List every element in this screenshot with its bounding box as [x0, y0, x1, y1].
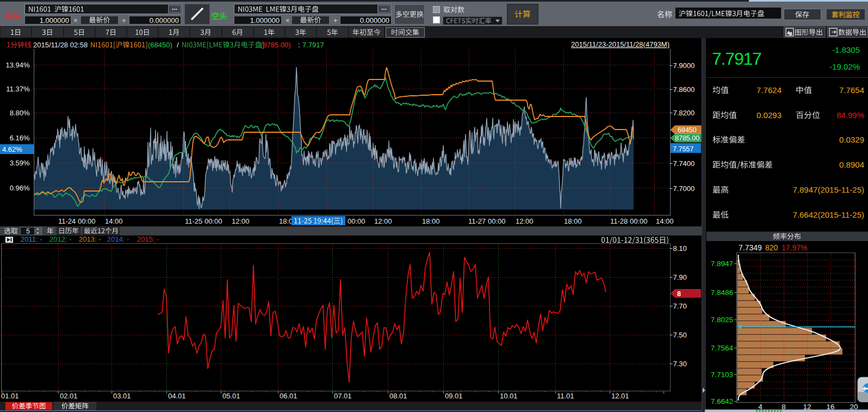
- svg-text:8785.00: 8785.00: [675, 134, 699, 142]
- svg-text:06.01: 06.01: [280, 392, 297, 400]
- svg-text:0.000000: 0.000000: [360, 16, 389, 24]
- svg-text:4: 4: [758, 403, 762, 411]
- svg-text:7.7917: 7.7917: [302, 41, 324, 49]
- svg-text:11-25 00:00: 11-25 00:00: [185, 217, 222, 225]
- svg-text:8: 8: [782, 403, 786, 411]
- svg-text:12.01: 12.01: [611, 392, 629, 400]
- svg-text:2015/11/23-2015/11/28(4793M): 2015/11/23-2015/11/28(4793M): [571, 40, 669, 48]
- svg-text:1.000000: 1.000000: [40, 16, 69, 24]
- svg-text:7.50: 7.50: [673, 331, 687, 339]
- svg-text:7.7349: 7.7349: [739, 243, 762, 252]
- svg-text:2012: -: 2012: -: [49, 235, 71, 243]
- svg-text:×: ×: [286, 16, 290, 24]
- svg-text:0.8904: 0.8904: [839, 160, 864, 169]
- svg-text:0.96%: 0.96%: [10, 184, 30, 192]
- svg-text:17.97%: 17.97%: [782, 243, 807, 252]
- svg-text:03.01: 03.01: [113, 392, 131, 400]
- svg-text:...: ...: [172, 4, 177, 11]
- svg-text:11-27 00:00: 11-27 00:00: [468, 217, 505, 225]
- svg-text:7.8025: 7.8025: [711, 316, 733, 324]
- svg-text:18:00: 18:00: [422, 217, 440, 225]
- svg-text:2013: -: 2013: -: [79, 235, 101, 243]
- svg-text:00:00: 00:00: [348, 217, 365, 225]
- svg-text:7.8947: 7.8947: [711, 260, 733, 268]
- svg-text:7.7000: 7.7000: [673, 185, 695, 193]
- svg-text:+: +: [122, 16, 126, 24]
- svg-text:2015/11/28 02:58: 2015/11/28 02:58: [33, 41, 88, 49]
- svg-text:6.16%: 6.16%: [10, 134, 30, 142]
- svg-text:7.6642: 7.6642: [711, 397, 733, 405]
- svg-text:7.8947(2015-11-25): 7.8947(2015-11-25): [793, 185, 864, 194]
- svg-text:7.7624: 7.7624: [757, 85, 782, 95]
- svg-text:11.37%: 11.37%: [6, 85, 30, 93]
- svg-text:68450: 68450: [678, 126, 697, 134]
- svg-text:2014: -: 2014: -: [107, 235, 129, 243]
- svg-text:4.62%: 4.62%: [2, 145, 22, 153]
- svg-text:18:00: 18:00: [564, 217, 582, 225]
- svg-text:0.0293: 0.0293: [757, 110, 782, 120]
- svg-text:08.01: 08.01: [389, 392, 407, 400]
- svg-text:-1.8305: -1.8305: [832, 45, 860, 54]
- svg-text:01.01: 01.01: [1, 392, 19, 400]
- svg-text:7.90: 7.90: [673, 273, 687, 281]
- svg-text:7.7103: 7.7103: [711, 371, 733, 379]
- svg-text:11-24 00:00: 11-24 00:00: [58, 217, 95, 225]
- svg-text:12:00: 12:00: [232, 217, 250, 225]
- svg-text:8.80%: 8.80%: [10, 109, 30, 117]
- svg-text:7.6642(2015-11-25): 7.6642(2015-11-25): [793, 210, 864, 219]
- svg-text:7.9000: 7.9000: [673, 62, 695, 70]
- svg-text:02.01: 02.01: [60, 392, 78, 400]
- svg-text:×: ×: [73, 16, 78, 24]
- svg-text:3.59%: 3.59%: [10, 159, 30, 167]
- svg-text:7.7400: 7.7400: [673, 159, 695, 168]
- svg-text:7.7564: 7.7564: [711, 344, 734, 352]
- svg-text:820: 820: [765, 243, 778, 252]
- svg-text:14:00: 14:00: [105, 217, 123, 225]
- svg-text:0.000000: 0.000000: [150, 16, 179, 24]
- svg-text:7.30: 7.30: [673, 360, 687, 368]
- svg-text:(8785.00): (8785.00): [261, 41, 291, 49]
- svg-text:7.7917: 7.7917: [712, 49, 761, 69]
- svg-text:7.8486: 7.8486: [711, 288, 733, 297]
- svg-text:11.01: 11.01: [557, 392, 574, 400]
- svg-text:07.01: 07.01: [334, 392, 352, 400]
- svg-text:0.0329: 0.0329: [839, 135, 864, 144]
- svg-text:/: /: [177, 41, 179, 49]
- svg-text:7.7654: 7.7654: [839, 85, 864, 95]
- svg-text:16: 16: [826, 403, 834, 411]
- svg-text:-19.02%: -19.02%: [829, 62, 860, 71]
- svg-text:1.000000: 1.000000: [250, 16, 280, 24]
- svg-text:12:00: 12:00: [516, 217, 534, 225]
- svg-text:12:00: 12:00: [374, 217, 392, 225]
- svg-text:5: 5: [26, 227, 30, 235]
- svg-text:13.94%: 13.94%: [5, 61, 30, 69]
- svg-text:14:00: 14:00: [656, 217, 674, 225]
- svg-text:2011: -: 2011: -: [21, 235, 42, 243]
- svg-text:09.01: 09.01: [445, 392, 463, 400]
- svg-text:8: 8: [677, 290, 681, 298]
- svg-text:7.8600: 7.8600: [673, 85, 695, 94]
- svg-text:(68450): (68450): [148, 41, 172, 49]
- svg-text:12: 12: [803, 403, 811, 411]
- svg-text:05.01: 05.01: [222, 392, 240, 400]
- svg-text:7.7557: 7.7557: [673, 145, 693, 153]
- svg-text:2015: -: 2015: -: [137, 235, 159, 243]
- svg-text:04.01: 04.01: [168, 392, 186, 400]
- svg-text:7.8200: 7.8200: [673, 109, 695, 117]
- svg-text:8.10: 8.10: [673, 244, 687, 253]
- svg-text:+: +: [333, 16, 338, 24]
- svg-text:...: ...: [381, 4, 387, 11]
- svg-text:11-28 00:00: 11-28 00:00: [610, 217, 647, 225]
- svg-text:10.01: 10.01: [500, 392, 518, 400]
- svg-text:84.99%: 84.99%: [836, 110, 864, 120]
- svg-text:7.70: 7.70: [673, 302, 687, 310]
- svg-text::: :: [298, 41, 300, 49]
- svg-text:20: 20: [850, 403, 858, 411]
